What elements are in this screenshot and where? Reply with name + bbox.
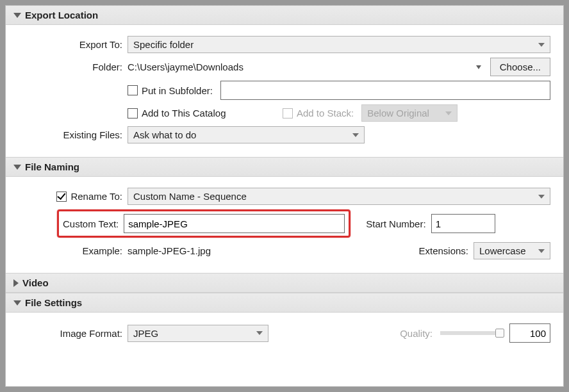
section-title: Video (22, 277, 49, 288)
section-title: Export Location (25, 10, 98, 20)
chevron-down-icon (13, 300, 21, 306)
folder-label: Folder: (19, 61, 128, 72)
custom-text-label: Custom Text: (63, 218, 124, 229)
quality-slider[interactable] (440, 331, 504, 335)
stack-position-value: Below Original (367, 108, 429, 118)
example-value: sample-JPEG-1.jpg (128, 245, 418, 256)
chevron-down-icon (13, 165, 21, 170)
chevron-down-icon (538, 43, 545, 47)
rename-to-label: Rename To: (70, 191, 122, 202)
example-label: Example: (19, 245, 128, 256)
chevron-down-icon (13, 13, 21, 18)
start-number-label: Start Number: (350, 218, 431, 229)
section-header-file-naming[interactable]: File Naming (6, 157, 563, 177)
extensions-label: Extensions: (418, 245, 474, 256)
section-title: File Settings (25, 297, 82, 308)
choose-button[interactable]: Choose... (490, 58, 550, 76)
extensions-dropdown[interactable]: Lowercase (474, 242, 550, 259)
folder-path: C:\Users\jayme\Downloads (128, 61, 472, 72)
quality-input[interactable] (509, 323, 550, 343)
add-to-stack-label: Add to Stack: (297, 108, 361, 118)
image-format-label: Image Format: (19, 328, 128, 339)
existing-files-label: Existing Files: (19, 129, 128, 140)
stack-position-dropdown: Below Original (361, 104, 458, 122)
export-to-label: Export To: (19, 39, 128, 50)
chevron-down-icon (256, 331, 263, 335)
section-header-file-settings[interactable]: File Settings (6, 293, 563, 313)
add-to-catalog-label: Add to This Catalog (142, 108, 283, 118)
image-format-dropdown[interactable]: JPEG (128, 325, 268, 342)
custom-text-input[interactable] (124, 214, 345, 233)
chevron-right-icon (13, 279, 19, 287)
rename-to-checkbox[interactable] (56, 192, 67, 202)
put-in-subfolder-checkbox[interactable] (128, 85, 138, 95)
slider-thumb[interactable] (495, 329, 504, 338)
folder-dropdown-icon[interactable] (476, 65, 481, 69)
chevron-down-icon (538, 195, 545, 199)
section-header-video[interactable]: Video (6, 273, 563, 293)
existing-files-dropdown[interactable]: Ask what to do (128, 126, 365, 143)
quality-label: Quality: (400, 328, 435, 339)
chevron-down-icon (538, 249, 545, 253)
export-to-dropdown[interactable]: Specific folder (128, 36, 550, 53)
image-format-value: JPEG (133, 328, 158, 339)
put-in-subfolder-label: Put in Subfolder: (142, 85, 220, 96)
section-header-export-location[interactable]: Export Location (6, 6, 563, 25)
chevron-down-icon (445, 111, 452, 115)
extensions-value: Lowercase (479, 245, 526, 256)
rename-to-value: Custom Name - Sequence (133, 191, 247, 202)
add-to-stack-checkbox (283, 108, 293, 118)
subfolder-input[interactable] (220, 81, 550, 100)
section-title: File Naming (25, 161, 79, 172)
existing-files-value: Ask what to do (133, 129, 196, 140)
start-number-input[interactable] (431, 214, 495, 233)
export-to-value: Specific folder (133, 39, 194, 50)
chevron-down-icon (352, 133, 359, 137)
rename-to-dropdown[interactable]: Custom Name - Sequence (128, 188, 550, 205)
add-to-catalog-checkbox[interactable] (128, 108, 138, 118)
